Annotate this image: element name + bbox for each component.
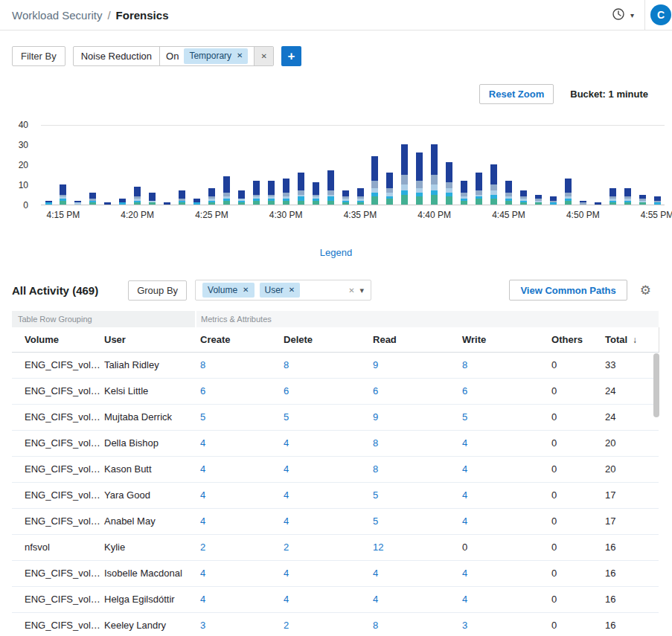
- table-row[interactable]: ENG_CIFS_vol…Della Bishop4484020: [12, 430, 659, 456]
- filter-field-button[interactable]: Noise Reduction: [74, 47, 160, 65]
- col-header-create[interactable]: Create: [196, 327, 279, 352]
- view-common-paths-button[interactable]: View Common Paths: [509, 280, 627, 301]
- create-count-link[interactable]: 3: [200, 620, 205, 631]
- filter-value-chip[interactable]: Temporary✕: [184, 48, 248, 63]
- delete-count-link[interactable]: 4: [284, 515, 289, 527]
- remove-group-by-icon[interactable]: ✕: [289, 286, 295, 295]
- write-count-link[interactable]: 4: [462, 594, 467, 605]
- group-by-button[interactable]: Group By: [128, 280, 187, 301]
- chart-bar[interactable]: [268, 181, 275, 205]
- col-header-total[interactable]: Total↓: [601, 327, 659, 352]
- col-header-write[interactable]: Write: [458, 327, 547, 352]
- group-by-select[interactable]: Volume✕User✕ ✕ ▾: [195, 280, 371, 301]
- chart-bar[interactable]: [535, 195, 542, 205]
- chart-bar[interactable]: [446, 162, 452, 205]
- delete-count-link[interactable]: 4: [284, 594, 289, 605]
- chart-bar[interactable]: [416, 152, 423, 205]
- chart-bar[interactable]: [476, 173, 482, 205]
- chart-bar[interactable]: [223, 176, 230, 205]
- chart-bar[interactable]: [565, 179, 572, 205]
- create-count-link[interactable]: 4: [200, 594, 205, 605]
- chart-bar[interactable]: [208, 188, 215, 205]
- chart-bar[interactable]: [357, 188, 364, 205]
- create-count-link[interactable]: 4: [200, 568, 205, 579]
- write-count-link[interactable]: 4: [462, 515, 467, 527]
- add-filter-button[interactable]: +: [281, 46, 301, 66]
- chart-bar[interactable]: [490, 164, 497, 205]
- create-count-link[interactable]: 8: [200, 359, 205, 370]
- col-header-volume[interactable]: Volume: [12, 327, 100, 352]
- write-count-link[interactable]: 4: [462, 568, 467, 579]
- create-count-link[interactable]: 4: [200, 463, 205, 475]
- read-count-link[interactable]: 4: [373, 594, 378, 605]
- col-header-others[interactable]: Others: [547, 327, 601, 352]
- write-count-link[interactable]: 4: [462, 437, 467, 449]
- read-count-link[interactable]: 8: [373, 620, 378, 631]
- chart-bar[interactable]: [60, 184, 66, 205]
- chart-bar[interactable]: [550, 196, 557, 205]
- chart-bar[interactable]: [520, 190, 527, 205]
- write-count-link[interactable]: 8: [462, 359, 467, 370]
- table-row[interactable]: ENG_CIFS_vol…Yara Good4454017: [12, 482, 659, 508]
- read-count-link[interactable]: 9: [373, 411, 378, 423]
- chart-bar[interactable]: [505, 181, 512, 205]
- chart-bar[interactable]: [134, 187, 141, 205]
- read-count-link[interactable]: 4: [373, 568, 378, 579]
- create-count-link[interactable]: 5: [200, 411, 205, 423]
- chart-bar[interactable]: [179, 190, 185, 205]
- read-count-link[interactable]: 9: [373, 359, 378, 370]
- table-row[interactable]: ENG_CIFS_vol…Taliah Ridley8898033: [12, 352, 659, 378]
- time-range-button[interactable]: ▾: [601, 0, 644, 30]
- chart-bar[interactable]: [342, 190, 349, 205]
- chart-bar[interactable]: [45, 201, 52, 205]
- write-count-link[interactable]: 5: [462, 411, 467, 423]
- create-count-link[interactable]: 6: [200, 385, 205, 396]
- chart-bar[interactable]: [119, 199, 126, 205]
- chart-bar[interactable]: [371, 156, 378, 205]
- delete-count-link[interactable]: 8: [284, 359, 289, 370]
- chart-bar[interactable]: [624, 188, 631, 205]
- chart-bar[interactable]: [89, 193, 96, 205]
- read-count-link[interactable]: 12: [373, 542, 383, 553]
- chart-bar[interactable]: [253, 181, 260, 205]
- chart-bar[interactable]: [238, 190, 245, 205]
- table-row[interactable]: nfsvolKylie22120016: [12, 534, 659, 560]
- read-count-link[interactable]: 6: [373, 385, 378, 396]
- col-header-user[interactable]: User: [100, 327, 196, 352]
- chevron-down-icon[interactable]: ▾: [360, 286, 365, 295]
- table-row[interactable]: ENG_CIFS_vol…Kason Butt4484020: [12, 456, 659, 482]
- chart-bar[interactable]: [193, 199, 200, 205]
- read-count-link[interactable]: 5: [373, 515, 378, 527]
- chart-bar[interactable]: [609, 188, 616, 205]
- chart-plot[interactable]: [41, 125, 665, 205]
- legend-toggle[interactable]: Legend: [320, 247, 352, 258]
- table-row[interactable]: ENG_CIFS_vol…Helga Egilsdóttir4444016: [12, 586, 659, 612]
- create-count-link[interactable]: 4: [200, 489, 205, 501]
- chart-bar[interactable]: [149, 193, 156, 205]
- clear-filter-button[interactable]: ✕: [254, 47, 272, 65]
- chart-bar[interactable]: [74, 201, 81, 205]
- delete-count-link[interactable]: 4: [284, 437, 289, 449]
- filter-by-button[interactable]: Filter By: [12, 46, 65, 66]
- delete-count-link[interactable]: 4: [284, 463, 289, 475]
- chart-bar[interactable]: [327, 170, 334, 205]
- remove-group-by-icon[interactable]: ✕: [243, 286, 249, 295]
- table-row[interactable]: ENG_CIFS_vol…Keeley Landry3283016: [12, 612, 659, 636]
- group-by-chip[interactable]: Volume✕: [202, 283, 254, 298]
- chart-bar[interactable]: [654, 196, 661, 205]
- chart-bar[interactable]: [283, 179, 289, 205]
- write-count-link[interactable]: 4: [462, 489, 467, 501]
- chart-bar[interactable]: [164, 202, 170, 205]
- delete-count-link[interactable]: 4: [284, 489, 289, 501]
- delete-count-link[interactable]: 6: [284, 385, 289, 396]
- read-count-link[interactable]: 5: [373, 489, 378, 501]
- breadcrumb-workload-security[interactable]: Workload Security: [12, 9, 102, 22]
- table-row[interactable]: ENG_CIFS_vol…Isobelle Macdonal4444016: [12, 560, 659, 586]
- write-count-link[interactable]: 3: [462, 620, 467, 631]
- chart-bar[interactable]: [580, 201, 586, 205]
- chart-bar[interactable]: [298, 173, 304, 205]
- group-by-chip[interactable]: User✕: [260, 283, 301, 298]
- filter-operator-section[interactable]: On Temporary✕: [160, 47, 254, 65]
- read-count-link[interactable]: 8: [373, 437, 378, 449]
- create-count-link[interactable]: 4: [200, 437, 205, 449]
